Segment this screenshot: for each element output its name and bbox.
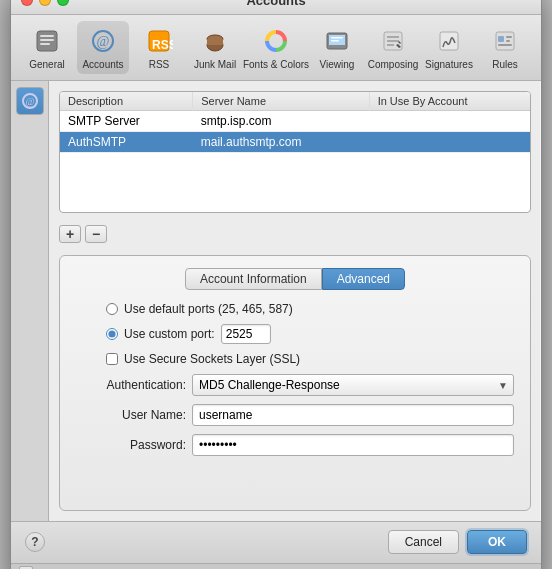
help-button[interactable]: ? bbox=[25, 532, 45, 552]
fontscolors-icon bbox=[260, 25, 292, 57]
ssl-checkbox[interactable] bbox=[106, 353, 118, 365]
sidebar: @ bbox=[11, 81, 49, 521]
rss-icon: RSS bbox=[143, 25, 175, 57]
row-description: SMTP Server bbox=[60, 110, 193, 131]
settings-panel: Account Information Advanced Use default… bbox=[59, 255, 531, 511]
row-server: mail.authsmtp.com bbox=[193, 131, 369, 152]
svg-text:RSS: RSS bbox=[152, 38, 173, 52]
username-input[interactable] bbox=[192, 404, 514, 426]
table-spacer-row bbox=[60, 152, 530, 212]
ssl-row: Use Secure Sockets Layer (SSL) bbox=[76, 352, 514, 366]
svg-rect-23 bbox=[506, 36, 512, 38]
sidebar-account-item[interactable]: @ bbox=[16, 87, 44, 115]
col-servername: Server Name bbox=[193, 92, 369, 111]
table-row[interactable]: AuthSMTP mail.authsmtp.com bbox=[60, 131, 530, 152]
svg-rect-22 bbox=[498, 36, 504, 42]
signatures-label: Signatures bbox=[425, 59, 473, 70]
signatures-icon bbox=[433, 25, 465, 57]
toolbar-item-rules[interactable]: Rules bbox=[479, 21, 531, 74]
toolbar: General @ Accounts RSS RSS bbox=[11, 15, 541, 81]
authentication-row: Authentication: None Password MD5 Challe… bbox=[76, 374, 514, 396]
default-ports-row: Use default ports (25, 465, 587) bbox=[76, 302, 514, 316]
window-footer: + ? bbox=[11, 563, 541, 570]
minimize-button[interactable] bbox=[39, 0, 51, 6]
rss-label: RSS bbox=[149, 59, 170, 70]
svg-rect-24 bbox=[506, 40, 510, 42]
toolbar-item-accounts[interactable]: @ Accounts bbox=[77, 21, 129, 74]
svg-rect-3 bbox=[40, 43, 50, 45]
svg-rect-10 bbox=[207, 39, 223, 45]
svg-text:@: @ bbox=[25, 96, 34, 107]
ok-button[interactable]: OK bbox=[467, 530, 527, 554]
toolbar-item-signatures[interactable]: Signatures bbox=[423, 21, 475, 74]
close-button[interactable] bbox=[21, 0, 33, 6]
junkmail-icon bbox=[199, 25, 231, 57]
authentication-select-container: None Password MD5 Challenge-Response NTL… bbox=[192, 374, 514, 396]
svg-text:@: @ bbox=[97, 34, 110, 49]
custom-port-label: Use custom port: bbox=[124, 327, 215, 341]
default-ports-radio[interactable] bbox=[106, 303, 118, 315]
general-icon bbox=[31, 25, 63, 57]
svg-rect-25 bbox=[498, 44, 512, 46]
junkmail-label: Junk Mail bbox=[194, 59, 236, 70]
bottom-bar: ? Cancel OK bbox=[11, 521, 541, 563]
composing-label: Composing bbox=[368, 59, 419, 70]
content-area: @ Description Server Name In Use By Acco… bbox=[11, 81, 541, 521]
fontscolors-label: Fonts & Colors bbox=[243, 59, 309, 70]
accounts-label: Accounts bbox=[82, 59, 123, 70]
toolbar-item-fontscolors[interactable]: Fonts & Colors bbox=[245, 21, 307, 74]
remove-smtp-button[interactable]: − bbox=[85, 225, 107, 243]
general-label: General bbox=[29, 59, 65, 70]
password-input[interactable] bbox=[192, 434, 514, 456]
custom-port-radio[interactable] bbox=[106, 328, 118, 340]
svg-rect-1 bbox=[40, 35, 54, 37]
svg-rect-20 bbox=[440, 32, 458, 50]
username-row: User Name: bbox=[76, 404, 514, 426]
row-server: smtp.isp.com bbox=[193, 110, 369, 131]
row-description: AuthSMTP bbox=[60, 131, 193, 152]
toolbar-item-viewing[interactable]: Viewing bbox=[311, 21, 363, 74]
custom-port-row: Use custom port: bbox=[76, 324, 514, 344]
toolbar-item-junkmail[interactable]: Junk Mail bbox=[189, 21, 241, 74]
tab-bar: Account Information Advanced bbox=[76, 268, 514, 290]
smtp-table-container: Description Server Name In Use By Accoun… bbox=[59, 91, 531, 214]
col-description: Description bbox=[60, 92, 193, 111]
svg-rect-2 bbox=[40, 39, 54, 41]
svg-rect-14 bbox=[331, 37, 343, 39]
composing-icon bbox=[377, 25, 409, 57]
action-buttons: Cancel OK bbox=[388, 530, 527, 554]
accounts-icon: @ bbox=[87, 25, 119, 57]
accounts-window: Accounts General @ Acco bbox=[10, 0, 542, 569]
tab-advanced[interactable]: Advanced bbox=[322, 268, 405, 290]
cancel-button[interactable]: Cancel bbox=[388, 530, 459, 554]
toolbar-item-composing[interactable]: Composing bbox=[367, 21, 419, 74]
tab-account-information[interactable]: Account Information bbox=[185, 268, 322, 290]
password-label: Password: bbox=[76, 438, 186, 452]
smtp-table: Description Server Name In Use By Accoun… bbox=[60, 92, 530, 213]
titlebar: Accounts bbox=[11, 0, 541, 15]
main-panel: Description Server Name In Use By Accoun… bbox=[49, 81, 541, 521]
advanced-form: Use default ports (25, 465, 587) Use cus… bbox=[76, 302, 514, 456]
window-controls bbox=[21, 0, 69, 6]
row-account bbox=[369, 131, 530, 152]
rules-label: Rules bbox=[492, 59, 518, 70]
col-inuse: In Use By Account bbox=[369, 92, 530, 111]
authentication-label: Authentication: bbox=[76, 378, 186, 392]
custom-port-input[interactable] bbox=[221, 324, 271, 344]
row-account bbox=[369, 110, 530, 131]
table-row[interactable]: SMTP Server smtp.isp.com bbox=[60, 110, 530, 131]
toolbar-item-rss[interactable]: RSS RSS bbox=[133, 21, 185, 74]
ssl-label: Use Secure Sockets Layer (SSL) bbox=[124, 352, 300, 366]
maximize-button[interactable] bbox=[57, 0, 69, 6]
toolbar-item-general[interactable]: General bbox=[21, 21, 73, 74]
svg-rect-15 bbox=[331, 40, 339, 42]
viewing-icon bbox=[321, 25, 353, 57]
authentication-select[interactable]: None Password MD5 Challenge-Response NTL… bbox=[192, 374, 514, 396]
table-controls: + − bbox=[59, 221, 531, 247]
viewing-label: Viewing bbox=[320, 59, 355, 70]
rules-icon bbox=[489, 25, 521, 57]
window-title: Accounts bbox=[246, 0, 305, 8]
add-smtp-button[interactable]: + bbox=[59, 225, 81, 243]
default-ports-label: Use default ports (25, 465, 587) bbox=[124, 302, 293, 316]
password-row: Password: bbox=[76, 434, 514, 456]
